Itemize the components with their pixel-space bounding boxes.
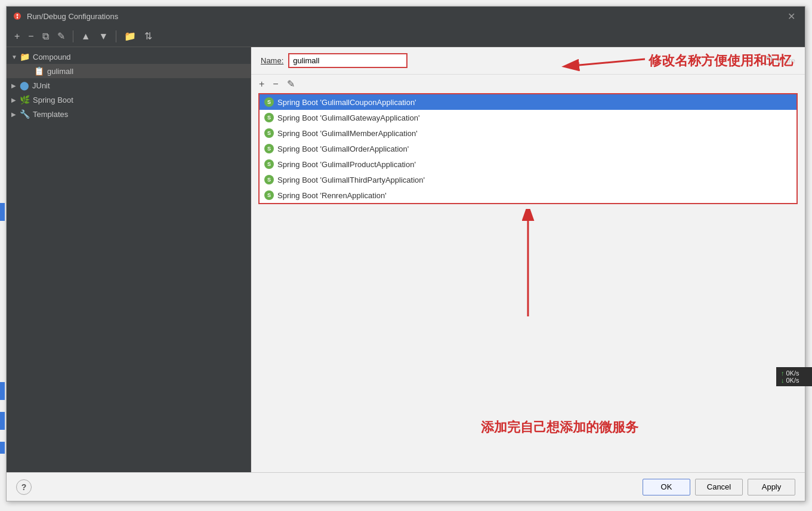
svg-rect-2 <box>17 17 18 19</box>
tree-item-templates[interactable]: ▶ 🔧 Templates <box>7 107 251 121</box>
share-label: Share <box>764 56 795 65</box>
name-section: Name: Share 修改名称方便使用和记忆 <box>251 47 805 75</box>
compound-icon: 📁 <box>20 52 30 61</box>
tree-item-springboot[interactable]: ▶ 🌿 Spring Boot <box>7 93 251 107</box>
upload-icon: ↑ <box>781 370 785 377</box>
dialog-icon <box>13 11 22 21</box>
copy-config-button[interactable]: ⧉ <box>39 29 52 44</box>
list-item-4[interactable]: S Spring Boot 'GulimallOrderApplication' <box>260 141 796 156</box>
list-item-label: Spring Boot 'GulimallOrderApplication' <box>277 144 409 153</box>
templates-icon: 🔧 <box>20 109 30 119</box>
arrow-icon: ▶ <box>11 111 20 118</box>
gulimall-icon: 📋 <box>34 66 44 76</box>
toolbar-separator-2 <box>116 30 116 42</box>
list-item-6[interactable]: S Spring Boot 'GulimallThirdPartyApplica… <box>260 172 796 187</box>
left-panel: ▼ 📁 Compound 📋 gulimall ▶ ⬤ JUnit <box>7 47 251 472</box>
dialog-title: Run/Debug Configurations <box>27 12 784 21</box>
download-speed: 0K/s <box>786 377 799 384</box>
folder-button[interactable]: 📁 <box>121 29 139 44</box>
right-panel: Name: Share 修改名称方便使用和记忆 <box>251 47 805 472</box>
toolbar-separator <box>73 30 73 42</box>
list-item-label: Spring Boot 'GulimallCouponApplication' <box>277 98 416 107</box>
arrow-icon: ▼ <box>11 54 20 60</box>
spring-icon: S <box>264 175 274 184</box>
spring-icon: S <box>264 190 274 200</box>
list-item-3[interactable]: S Spring Boot 'GulimallMemberApplication… <box>260 125 796 141</box>
annotation-arrow-list <box>468 209 588 328</box>
content-area: ▼ 📁 Compound 📋 gulimall ▶ ⬤ JUnit <box>7 47 805 472</box>
arrow-icon: ▶ <box>11 97 20 103</box>
blue-strip-4 <box>0 442 5 454</box>
svg-point-0 <box>14 13 21 20</box>
templates-label: Templates <box>33 110 68 119</box>
name-bar: Name: Share <box>251 47 805 75</box>
run-debug-dialog: Run/Debug Configurations ✕ + − ⧉ ✎ ▲ ▼ 📁… <box>6 6 805 501</box>
tree-item-gulimall[interactable]: 📋 gulimall <box>7 64 251 78</box>
springboot-label: Spring Boot <box>33 96 73 104</box>
annotation-bottom: 添加完自己想添加的微服务 <box>481 418 638 436</box>
sort-button[interactable]: ⇅ <box>141 29 155 44</box>
config-tree: ▼ 📁 Compound 📋 gulimall ▶ ⬤ JUnit <box>7 47 251 472</box>
config-list: S Spring Boot 'GulimallCouponApplication… <box>258 93 798 204</box>
junit-label: JUnit <box>32 81 50 90</box>
blue-strip-1 <box>0 203 5 221</box>
title-bar: Run/Debug Configurations ✕ <box>7 7 805 26</box>
blue-strip-2 <box>0 382 5 400</box>
list-item-7[interactable]: S Spring Boot 'RenrenApplication' <box>260 187 796 203</box>
arrow-icon: ▶ <box>11 82 20 89</box>
name-input[interactable] <box>288 53 407 68</box>
close-button[interactable]: ✕ <box>784 10 799 23</box>
svg-point-1 <box>17 14 18 16</box>
spring-icon: S <box>264 128 274 138</box>
list-item-label: Spring Boot 'GulimallProductApplication' <box>277 160 416 169</box>
ok-button[interactable]: OK <box>643 479 690 495</box>
name-label: Name: <box>261 56 283 65</box>
help-button[interactable]: ? <box>16 479 32 495</box>
spring-icon: S <box>264 144 274 153</box>
list-add-button[interactable]: + <box>256 78 267 91</box>
remove-config-button[interactable]: − <box>25 29 36 44</box>
upload-speed: 0K/s <box>786 370 799 377</box>
edit-config-button[interactable]: ✎ <box>54 29 68 44</box>
list-item-label: Spring Boot 'GulimallMemberApplication' <box>277 129 418 138</box>
list-item-5[interactable]: S Spring Boot 'GulimallProductApplicatio… <box>260 156 796 172</box>
compound-label: Compound <box>33 53 71 61</box>
sub-toolbar: + − ✎ <box>251 75 805 93</box>
spring-icon: S <box>264 97 274 107</box>
move-down-button[interactable]: ▼ <box>96 29 112 44</box>
tree-item-junit[interactable]: ▶ ⬤ JUnit <box>7 78 251 93</box>
network-download-row: ↓ 0K/s <box>781 377 807 384</box>
spring-icon: S <box>264 113 274 122</box>
move-up-button[interactable]: ▲ <box>78 29 94 44</box>
add-config-button[interactable]: + <box>11 29 23 44</box>
main-toolbar: + − ⧉ ✎ ▲ ▼ 📁 ⇅ <box>7 26 805 47</box>
share-checkbox[interactable] <box>764 57 772 64</box>
list-item-label: Spring Boot 'GulimallGatewayApplication' <box>277 113 419 122</box>
list-edit-button[interactable]: ✎ <box>284 77 298 91</box>
network-widget: ↑ 0K/s ↓ 0K/s <box>776 367 812 386</box>
download-icon: ↓ <box>781 377 785 384</box>
list-item-label: Spring Boot 'GulimallThirdPartyApplicati… <box>277 176 425 184</box>
cancel-button[interactable]: Cancel <box>695 479 743 495</box>
gulimall-label: gulimall <box>47 67 73 76</box>
bottom-bar: OK Cancel Apply <box>7 472 805 501</box>
junit-icon: ⬤ <box>20 81 29 90</box>
bottom-area: 添加完自己想添加的微服务 <box>251 209 805 472</box>
blue-strip-3 <box>0 412 5 430</box>
spring-icon: S <box>264 159 274 169</box>
network-upload-row: ↑ 0K/s <box>781 370 807 377</box>
tree-item-compound[interactable]: ▼ 📁 Compound <box>7 50 251 64</box>
list-item-2[interactable]: S Spring Boot 'GulimallGatewayApplicatio… <box>260 110 796 125</box>
list-item-1[interactable]: S Spring Boot 'GulimallCouponApplication… <box>260 94 796 110</box>
list-remove-button[interactable]: − <box>270 78 281 91</box>
list-item-label: Spring Boot 'RenrenApplication' <box>277 191 387 200</box>
apply-button[interactable]: Apply <box>748 479 795 495</box>
springboot-icon: 🌿 <box>20 95 30 104</box>
